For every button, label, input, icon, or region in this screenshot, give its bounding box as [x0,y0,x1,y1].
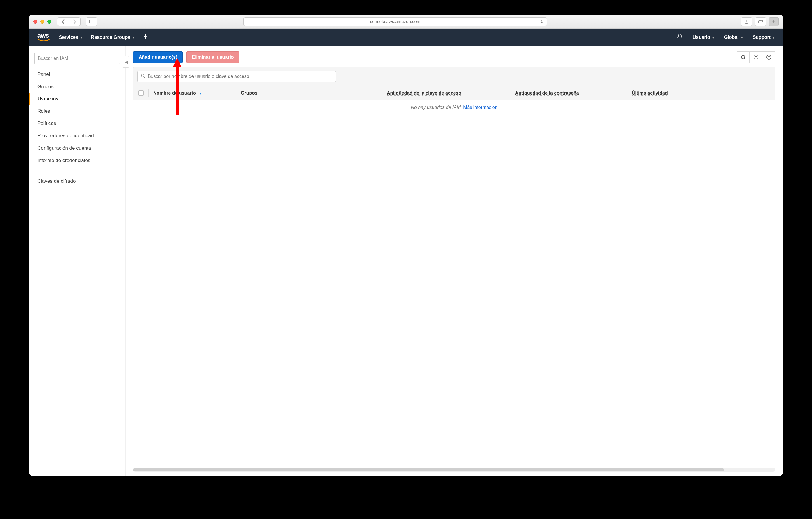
scrollbar-thumb[interactable] [133,468,724,471]
services-label: Services [59,35,78,40]
sidebar-item-label: Panel [37,71,50,77]
users-search[interactable] [138,71,336,82]
sidebar-item-politicas[interactable]: Políticas [29,117,125,129]
column-password-age[interactable]: Antigüedad de la contraseña [511,86,627,100]
region-menu[interactable]: Global ▾ [724,35,743,40]
address-bar[interactable]: console.aws.amazon.com ↻ [243,17,547,26]
sidebar-item-usuarios[interactable]: Usuarios [29,93,125,105]
sidebar-item-panel[interactable]: Panel [29,68,125,81]
aws-logo[interactable]: aws [37,32,50,42]
sidebar-separator [36,171,119,171]
window-controls [33,20,51,24]
refresh-button[interactable] [737,51,750,63]
svg-rect-4 [759,21,762,23]
pin-button[interactable] [143,34,148,41]
column-label: Antigüedad de la clave de acceso [387,90,461,96]
users-search-input[interactable] [148,74,333,79]
horizontal-scrollbar[interactable] [133,468,775,472]
link-label: Más información [463,105,497,110]
sidebar-item-label: Informe de credenciales [37,157,90,163]
sidebar-item-label: Claves de cifrado [37,178,76,184]
caret-down-icon: ▾ [741,36,743,39]
caret-down-icon: ▾ [773,36,775,39]
add-user-button[interactable]: Añadir usuario(s) [133,51,183,63]
caret-down-icon: ▾ [133,36,134,39]
users-panel: Nombre de usuario ▼ Grupos Antigüedad de… [133,67,775,115]
svg-rect-5 [759,20,763,22]
column-username[interactable]: Nombre de usuario ▼ [149,86,236,100]
search-icon [141,74,145,79]
pin-icon [143,34,148,41]
settings-button[interactable] [750,51,762,63]
sidebar-search-input[interactable]: Buscar en IAM [34,53,120,64]
sidebar-toggle-button[interactable] [86,17,97,26]
resource-groups-menu[interactable]: Resource Groups ▾ [91,35,134,40]
sidebar-item-claves-cifrado[interactable]: Claves de cifrado [29,175,125,188]
table-header: Nombre de usuario ▼ Grupos Antigüedad de… [134,86,775,100]
table-empty-row: No hay usuarios de IAM. Más información [134,100,775,115]
account-menu[interactable]: Usuario ▾ [693,35,714,40]
refresh-icon [741,55,746,60]
sidebar-item-label: Usuarios [37,96,59,102]
tabs-button[interactable] [755,17,766,26]
sort-asc-icon: ▼ [199,91,202,95]
close-window-icon[interactable] [33,20,37,24]
sidebar-item-label: Proveedores de identidad [37,133,94,138]
support-menu[interactable]: Support ▾ [753,35,775,40]
sidebar-item-label: Roles [37,108,50,114]
button-label: Añadir usuario(s) [139,55,177,60]
svg-point-9 [768,58,769,59]
browser-titlebar: ❮ ❯ console.aws.amazon.com ↻ + [29,15,783,29]
column-label: Antigüedad de la contraseña [515,90,579,96]
svg-line-11 [144,77,145,78]
nav-buttons: ❮ ❯ [57,17,81,26]
back-button[interactable]: ❮ [57,17,69,26]
notifications-icon[interactable] [677,34,683,41]
forward-button[interactable]: ❯ [69,17,81,26]
browser-window: ❮ ❯ console.aws.amazon.com ↻ + [29,15,783,476]
address-bar-text: console.aws.amazon.com [370,19,420,24]
column-key-age[interactable]: Antigüedad de la clave de acceso [382,86,511,100]
caret-down-icon: ▾ [713,36,714,39]
account-label: Usuario [693,35,710,40]
delete-user-button[interactable]: Eliminar al usuario [186,51,239,63]
svg-point-7 [755,56,757,58]
users-table: Nombre de usuario ▼ Grupos Antigüedad de… [134,86,775,115]
column-label: Última actividad [632,90,668,96]
main-content: Añadir usuario(s) Eliminar al usuario [125,46,783,476]
reload-icon[interactable]: ↻ [540,19,544,24]
sidebar-search-placeholder: Buscar en IAM [38,56,68,61]
sidebar-item-config-cuenta[interactable]: Configuración de cuenta [29,142,125,154]
empty-text: No hay usuarios de IAM. [411,105,463,110]
caret-down-icon: ▾ [81,36,82,39]
share-button[interactable] [741,17,752,26]
aws-header: aws Services ▾ Resource Groups ▾ [29,29,783,46]
column-groups[interactable]: Grupos [236,86,382,100]
help-button[interactable] [762,51,775,63]
column-last-activity[interactable]: Última actividad [627,86,775,100]
sidebar-item-label: Grupos [37,84,54,89]
sidebar-item-grupos[interactable]: Grupos [29,81,125,93]
sidebar-item-roles[interactable]: Roles [29,105,125,117]
svg-point-10 [141,74,144,77]
new-tab-button[interactable]: + [769,17,779,26]
region-label: Global [724,35,739,40]
button-label: Eliminar al usuario [192,55,233,60]
help-icon [766,55,772,60]
fullscreen-window-icon[interactable] [47,20,51,24]
sidebar-item-proveedores[interactable]: Proveedores de identidad [29,129,125,142]
more-info-link[interactable]: Más información [463,105,497,110]
svg-rect-0 [90,20,94,23]
column-label: Nombre de usuario [153,90,196,95]
iam-sidebar: Buscar en IAM Panel Grupos Usuarios Role… [29,46,125,476]
select-all-checkbox[interactable] [134,86,149,100]
minimize-window-icon[interactable] [40,20,45,24]
services-menu[interactable]: Services ▾ [59,35,82,40]
gear-icon [753,55,759,60]
support-label: Support [753,35,771,40]
sidebar-item-label: Políticas [37,120,56,126]
resource-groups-label: Resource Groups [91,35,130,40]
sidebar-item-informe-credenciales[interactable]: Informe de credenciales [29,154,125,167]
column-label: Grupos [241,90,257,95]
users-toolbar: Añadir usuario(s) Eliminar al usuario [133,51,775,63]
